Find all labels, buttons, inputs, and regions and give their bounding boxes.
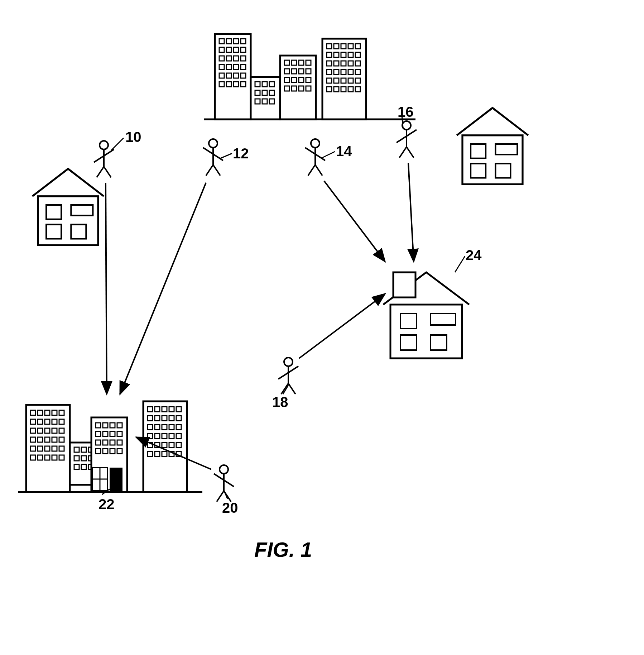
svg-line-45	[322, 152, 335, 158]
svg-line-54	[408, 163, 414, 262]
svg-rect-27	[322, 39, 366, 119]
svg-line-52	[120, 183, 206, 394]
svg-line-55	[299, 294, 385, 358]
svg-line-53	[324, 181, 385, 262]
city-skyline-bottom	[18, 401, 202, 492]
house-top-left	[32, 169, 104, 245]
svg-rect-36	[143, 401, 187, 492]
house-24	[383, 272, 469, 358]
diagram-svg	[0, 0, 644, 655]
person-12	[203, 139, 223, 176]
person-16	[397, 121, 417, 158]
svg-rect-37	[393, 272, 415, 297]
svg-line-50	[455, 256, 465, 272]
svg-rect-42	[431, 335, 447, 350]
svg-rect-40	[431, 314, 456, 325]
diagram-canvas: FIG. 1 10 12 14 16 18 20 22 24	[0, 0, 644, 655]
svg-rect-35	[110, 468, 122, 491]
svg-rect-29	[26, 405, 70, 492]
house-top-right	[457, 108, 528, 184]
svg-line-51	[106, 183, 107, 394]
svg-line-43	[111, 138, 124, 150]
svg-rect-41	[400, 335, 417, 350]
person-10	[94, 141, 114, 177]
person-20	[214, 465, 234, 502]
city-skyline-top	[204, 34, 415, 119]
person-18	[278, 358, 298, 394]
svg-line-44	[220, 153, 232, 158]
svg-rect-39	[400, 314, 417, 329]
